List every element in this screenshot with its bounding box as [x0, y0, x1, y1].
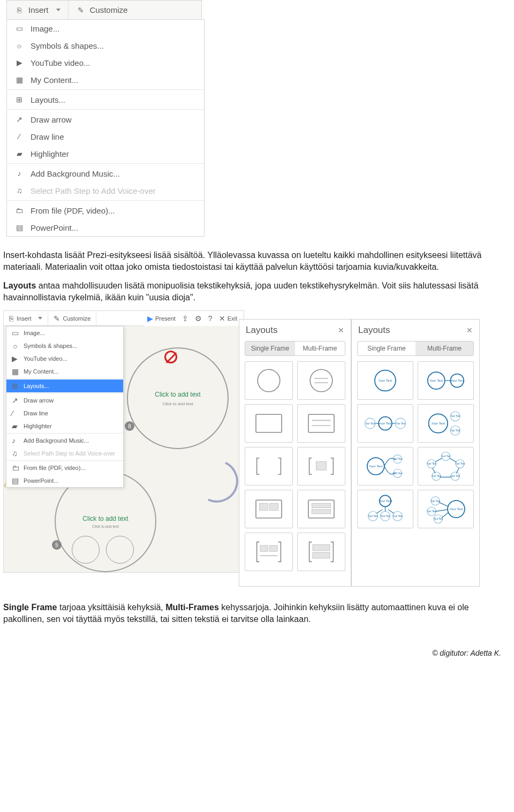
menu-item-label: Highlighter	[31, 149, 69, 158]
menu-separator	[7, 200, 204, 201]
subframe-circle[interactable]	[106, 536, 134, 564]
settings-button[interactable]: ⚙	[195, 315, 202, 322]
frame-circle-1[interactable]: Click to add text Click to add text	[127, 347, 229, 449]
menu-item: ♫Select Path Step to Add Voice-over	[6, 447, 123, 460]
menu-item[interactable]: ⁄Draw line	[6, 407, 123, 420]
menu-item[interactable]: ☼Symbols & shapes...	[6, 339, 123, 352]
layout-thumbnail[interactable]	[297, 361, 345, 400]
layout-thumbnail[interactable]	[297, 447, 345, 485]
layouts-title: Layouts	[358, 325, 390, 336]
layout-thumbnail[interactable]	[245, 533, 293, 571]
svg-rect-10	[259, 504, 268, 511]
line-icon: ⁄	[12, 409, 19, 417]
subframe-circle[interactable]	[72, 536, 100, 564]
layout-thumbnail[interactable]: Your TextYour TextYour Text	[357, 404, 413, 443]
menu-item[interactable]: ♪Add Background Music...	[6, 434, 123, 447]
layout-thumbnail[interactable]	[297, 533, 345, 571]
layouts-icon: ⊞	[12, 382, 19, 390]
menu-item[interactable]: ▶YouTube video...	[7, 54, 204, 71]
footer-credit: © digitutor: Adetta K.	[3, 633, 511, 657]
close-icon[interactable]: ✕	[466, 326, 473, 335]
svg-rect-5	[308, 415, 334, 433]
path-step-8[interactable]: 8	[125, 421, 134, 431]
tab-single-frame[interactable]: Single Frame	[245, 342, 295, 355]
caret-down-icon	[38, 317, 42, 320]
tab-single-frame[interactable]: Single Frame	[358, 342, 415, 355]
menu-item[interactable]: ↗Draw arrow	[6, 394, 123, 407]
menu-item[interactable]: ▰Highlighter	[6, 420, 123, 432]
menu-item[interactable]: ▭Image...	[7, 20, 204, 37]
layouts-icon: ⊞	[14, 95, 24, 104]
menu-item[interactable]: ☼Symbols & shapes...	[7, 37, 204, 54]
svg-text:Your Text: Your Text	[427, 463, 437, 466]
menu-item[interactable]: ▰Highlighter	[7, 145, 204, 162]
svg-rect-14	[312, 510, 330, 514]
layout-thumbnail[interactable]	[245, 490, 293, 528]
layouts-panel-multi: Layouts ✕ Single Frame Multi-Frame Your …	[351, 319, 480, 587]
menu-item[interactable]: 🗀From file (PDF, video)...	[7, 202, 204, 219]
paragraph-2: Layouts antaa mahdollisuuden lisätä moni…	[3, 280, 507, 303]
menu-item[interactable]: ♪Add Background Music...	[7, 165, 204, 182]
menu-separator	[6, 460, 123, 461]
single-frame-grid	[239, 361, 351, 576]
frame-sub-2: Click to add text	[92, 525, 119, 528]
menu-item[interactable]: ▤PowerPoint...	[7, 219, 204, 236]
menu-item[interactable]: ▭Image...	[6, 327, 123, 339]
tab-multi-frame[interactable]: Multi-Frame	[415, 342, 473, 355]
help-button[interactable]: ?	[208, 315, 213, 322]
menu-item[interactable]: ⊞Layouts...	[6, 380, 123, 392]
frame-title-2: Click to add text	[82, 515, 128, 522]
menu-separator	[6, 393, 123, 393]
body-text: Insert-kohdasta lisäät Prezi-esitykseesi…	[3, 249, 507, 303]
menu-item[interactable]: 🗀From file (PDF, video)...	[6, 461, 123, 474]
layout-thumbnail[interactable]: Your TextYour TextYour Text	[357, 447, 413, 485]
arrow-icon: ↗	[14, 115, 24, 124]
close-icon[interactable]: ✕	[338, 326, 344, 335]
menu-item-label: Draw arrow	[24, 397, 54, 404]
editor-customize-button[interactable]: ✎ Customize	[48, 311, 97, 325]
layout-thumbnail[interactable]: Your TextYour TextYour TextYour TextYour…	[418, 447, 474, 485]
menu-item[interactable]: ⊞Layouts...	[7, 91, 204, 108]
svg-point-0	[258, 370, 280, 392]
frame-sub-1: Click to add text	[163, 401, 193, 406]
path-step-5[interactable]: 5	[52, 540, 62, 550]
present-button[interactable]: ▶Present	[147, 315, 176, 322]
menu-item[interactable]: ↗Draw arrow	[7, 111, 204, 128]
layout-thumbnail[interactable]	[245, 404, 293, 443]
layout-thumbnail[interactable]: Your TextYour TextYour TextYour Text	[357, 490, 413, 528]
svg-text:Your Text: Your Text	[450, 429, 460, 432]
menu-item[interactable]: ▶YouTube video...	[6, 352, 123, 365]
layout-thumbnail[interactable]: Your TextYour TextYour TextYour Text	[418, 490, 474, 528]
layout-thumbnail[interactable]: Your TextYour Text	[418, 361, 474, 400]
layout-thumbnail[interactable]: Your Text	[357, 361, 413, 400]
menu-item[interactable]: ⁄Draw line	[7, 128, 204, 145]
menu-item-label: Draw line	[31, 132, 64, 141]
insert-button[interactable]: ⎘ Insert	[7, 1, 69, 19]
svg-rect-4	[256, 415, 282, 433]
svg-text:Your Text: Your Text	[432, 475, 442, 478]
ppt-icon: ▤	[12, 477, 19, 484]
svg-text:Your Text: Your Text	[455, 463, 465, 466]
layout-thumbnail[interactable]	[297, 404, 345, 443]
composite-screenshot: ⎘ Insert ✎ Customize ▶Present ⇪ ⚙ ? ✕Exi…	[3, 310, 511, 589]
play-icon: ▶	[147, 315, 153, 322]
menu-item-label: Image...	[31, 24, 59, 33]
layout-thumbnail[interactable]: Your TextYour TextYour Text	[418, 404, 474, 443]
svg-text:Your Text: Your Text	[450, 475, 460, 478]
customize-button[interactable]: ✎ Customize	[69, 1, 135, 19]
editor-insert-button[interactable]: ⎘ Insert	[4, 311, 48, 325]
svg-rect-19	[313, 552, 330, 558]
share-button[interactable]: ⇪	[182, 315, 188, 322]
layout-thumbnail[interactable]	[245, 447, 293, 485]
tab-multi-frame[interactable]: Multi-Frame	[295, 342, 345, 355]
menu-item[interactable]: ▦My Content...	[6, 365, 123, 378]
bulb-icon: ☼	[14, 41, 24, 50]
menu-item[interactable]: ▦My Content...	[7, 71, 204, 88]
exit-button[interactable]: ✕Exit	[219, 315, 237, 322]
gear-icon: ⚙	[195, 315, 202, 322]
layout-thumbnail[interactable]	[297, 490, 345, 528]
layout-thumbnail[interactable]	[245, 361, 293, 400]
editor-right-buttons: ▶Present ⇪ ⚙ ? ✕Exit	[144, 311, 240, 326]
svg-text:Your Text: Your Text	[450, 415, 460, 418]
menu-item[interactable]: ▤PowerPoint...	[6, 474, 123, 487]
